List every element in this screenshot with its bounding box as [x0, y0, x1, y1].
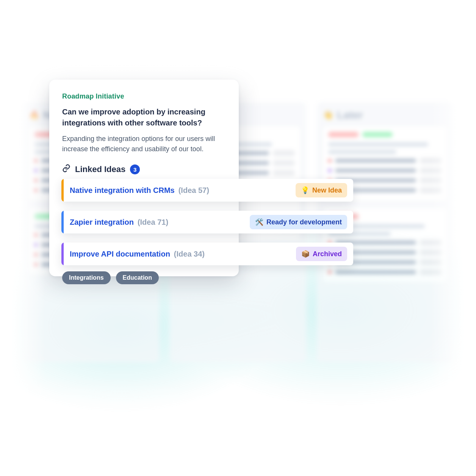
linked-ideas-title: Linked Ideas — [75, 164, 125, 174]
idea-id: (Idea 57) — [178, 186, 209, 195]
status-label: Ready for development — [266, 218, 342, 226]
accent-bar — [61, 211, 64, 233]
package-icon: 📦 — [301, 250, 310, 258]
idea-id: (Idea 71) — [138, 218, 168, 227]
idea-id: (Idea 34) — [174, 250, 205, 258]
status-label: Archived — [313, 250, 342, 258]
idea-title: Improve API documentation — [70, 250, 170, 258]
lane-later-title: Later — [337, 109, 363, 121]
lightbulb-icon: 💡 — [301, 186, 309, 194]
status-badge: 🛠️ Ready for development — [250, 215, 347, 229]
tag-list: Integrations Education — [62, 271, 159, 284]
idea-row[interactable]: Zapier integration (Idea 71) 🛠️ Ready fo… — [61, 211, 353, 233]
initiative-question: Can we improve adoption by increasing in… — [62, 106, 226, 128]
idea-title: Zapier integration — [70, 218, 134, 227]
status-label: New Idea — [312, 186, 342, 194]
link-icon — [62, 164, 70, 175]
accent-bar — [61, 179, 64, 202]
status-badge: 📦 Archived — [296, 247, 347, 261]
status-badge: 💡 New Idea — [296, 183, 347, 197]
accent-bar — [61, 243, 64, 265]
idea-title: Native integration with CRMs — [70, 186, 175, 195]
initiative-description: Expanding the integration options for ou… — [62, 134, 226, 154]
tools-icon: 🛠️ — [255, 218, 263, 226]
tag-chip[interactable]: Education — [116, 271, 159, 284]
linked-ideas-list: Native integration with CRMs (Idea 57) 💡… — [61, 179, 353, 265]
idea-row[interactable]: Improve API documentation (Idea 34) 📦 Ar… — [61, 243, 353, 265]
idea-row[interactable]: Native integration with CRMs (Idea 57) 💡… — [61, 179, 353, 202]
linked-ideas-header: Linked Ideas 3 — [62, 164, 226, 175]
linked-ideas-count: 3 — [130, 164, 140, 174]
initiative-eyebrow: Roadmap Initiative — [62, 92, 226, 100]
tag-chip[interactable]: Integrations — [62, 271, 111, 284]
